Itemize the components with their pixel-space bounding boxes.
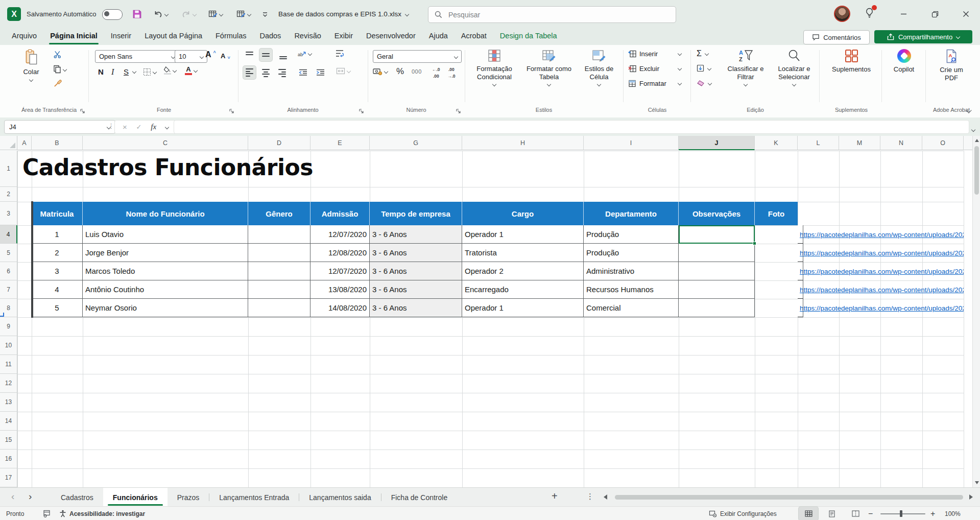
- paste-button[interactable]: Colar: [16, 49, 46, 81]
- copilot-button[interactable]: Copilot: [887, 49, 921, 74]
- table-cell-departamento[interactable]: Produção: [584, 244, 679, 262]
- ribbon-tab-desenvolvedor[interactable]: Desenvolvedor: [360, 28, 422, 45]
- qat-table-design-button[interactable]: [208, 7, 223, 21]
- align-bottom-button[interactable]: [278, 50, 289, 61]
- decrease-indent-button[interactable]: [297, 67, 309, 78]
- italic-button[interactable]: I: [111, 67, 114, 77]
- table-cell-admissao[interactable]: 13/08/2020: [310, 280, 370, 299]
- scroll-up-icon[interactable]: [975, 139, 979, 142]
- table-cell-nome[interactable]: Antônio Coutinho: [83, 280, 248, 299]
- table-cell-departamento[interactable]: Comercial: [584, 299, 679, 317]
- number-format-select[interactable]: Geral: [373, 50, 462, 63]
- table-resize-handle-icon[interactable]: [0, 313, 4, 317]
- accessibility-status[interactable]: Acessibilidade: investigar: [59, 507, 145, 520]
- table-header-0[interactable]: Matricula: [32, 202, 83, 225]
- fill-color-dropdown-icon[interactable]: [173, 68, 177, 73]
- cancel-entry-icon[interactable]: ×: [123, 123, 127, 131]
- new-sheet-button[interactable]: +: [552, 490, 558, 502]
- row-header-16[interactable]: 16: [0, 450, 17, 468]
- table-cell-nome[interactable]: Luis Otavio: [83, 225, 248, 244]
- wrap-text-button[interactable]: [335, 49, 344, 58]
- format-cells-button[interactable]: Formatar: [628, 80, 666, 87]
- row-header-6[interactable]: 6: [0, 262, 17, 280]
- underline-dropdown-icon[interactable]: [133, 70, 136, 73]
- ribbon-tab-exibir[interactable]: Exibir: [328, 28, 360, 45]
- next-sheet-button[interactable]: ›: [29, 491, 32, 502]
- column-header-C[interactable]: C: [83, 136, 248, 150]
- sheet-tab-lan-amentos-entrada[interactable]: Lançamentos Entrada: [209, 488, 299, 507]
- table-header-6[interactable]: Departamento: [584, 202, 679, 225]
- alignment-dialog-launcher-icon[interactable]: [358, 108, 364, 114]
- table-cell-admissao[interactable]: 14/08/2020: [310, 299, 370, 317]
- ribbon-tab-f-rmulas[interactable]: Fórmulas: [209, 28, 253, 45]
- bold-button[interactable]: N: [98, 67, 104, 76]
- row-header-15[interactable]: 15: [0, 431, 17, 450]
- selected-cell-J4[interactable]: [679, 225, 755, 244]
- accounting-dropdown-icon[interactable]: [384, 69, 388, 74]
- copy-dropdown-icon[interactable]: [63, 67, 67, 71]
- photo-link[interactable]: https://pacotedeplanilhas.com/wp-content…: [800, 244, 964, 262]
- table-cell-matricula[interactable]: 2: [32, 244, 83, 262]
- qat-dropdown-icon[interactable]: [247, 12, 251, 16]
- ribbon-tab-inserir[interactable]: Inserir: [104, 28, 138, 45]
- fill-handle[interactable]: [753, 242, 756, 245]
- row-header-11[interactable]: 11: [0, 355, 17, 374]
- paste-dropdown-icon[interactable]: [29, 78, 33, 82]
- ribbon-tab-dados[interactable]: Dados: [253, 28, 288, 45]
- row-header-5[interactable]: 5: [0, 244, 17, 262]
- accounting-format-button[interactable]: [373, 67, 388, 76]
- insert-dropdown-icon[interactable]: [678, 52, 681, 55]
- qat-table-format-button[interactable]: [236, 7, 251, 21]
- table-header-1[interactable]: Nome do Funcionário: [83, 202, 248, 225]
- undo-button[interactable]: [153, 7, 168, 21]
- autosave-toggle[interactable]: [102, 9, 123, 20]
- conditional-formatting-button[interactable]: Formatação Condicional: [469, 49, 520, 86]
- table-cell-nome[interactable]: Jorge Benjor: [83, 244, 248, 262]
- display-settings-button[interactable]: Exibir Configurações: [709, 507, 777, 520]
- table-header-4[interactable]: Tempo de empresa: [370, 202, 462, 225]
- zoom-slider-thumb[interactable]: [900, 510, 902, 517]
- undo-dropdown-icon[interactable]: [164, 12, 169, 16]
- table-header-2[interactable]: Gênero: [248, 202, 310, 225]
- select-all-button[interactable]: [0, 136, 17, 150]
- record-macro-button[interactable]: [43, 507, 51, 520]
- ribbon-tab-p-gina-inicial[interactable]: Página Inicial: [43, 28, 104, 45]
- comma-style-button[interactable]: 000: [412, 68, 422, 75]
- copy-button[interactable]: [53, 65, 66, 74]
- align-top-button[interactable]: [244, 50, 255, 61]
- table-cell-genero[interactable]: [248, 225, 310, 244]
- qat-overflow-button[interactable]: [262, 7, 268, 21]
- table-cell-observacoes[interactable]: [679, 280, 755, 299]
- font-size-select[interactable]: 10: [175, 50, 207, 63]
- redo-button[interactable]: [181, 7, 196, 21]
- delete-cells-button[interactable]: Excluir: [628, 65, 659, 73]
- font-dialog-launcher-icon[interactable]: [229, 108, 234, 114]
- table-cell-nome[interactable]: Neymar Osorio: [83, 299, 248, 317]
- document-title[interactable]: Base de dados compras e EPIS 1.0.xlsx: [278, 0, 409, 28]
- align-left-button[interactable]: [243, 66, 256, 79]
- table-header-3[interactable]: Admissão: [310, 202, 370, 225]
- row-header-2[interactable]: 2: [0, 187, 17, 202]
- view-page-break-button[interactable]: [846, 507, 865, 520]
- ribbon-tab-design-da-tabela[interactable]: Design da Tabela: [493, 28, 564, 45]
- horizontal-scroll-thumb[interactable]: [615, 495, 963, 500]
- row-header-4[interactable]: 4: [0, 225, 17, 244]
- table-cell-tempo[interactable]: 3 - 6 Anos: [370, 244, 462, 262]
- font-name-select[interactable]: Open Sans: [95, 50, 179, 63]
- clipboard-dialog-launcher-icon[interactable]: [80, 108, 85, 114]
- column-header-A[interactable]: A: [17, 136, 32, 150]
- table-cell-genero[interactable]: [248, 262, 310, 280]
- comments-button[interactable]: Comentários: [803, 30, 870, 44]
- decrease-font-button[interactable]: A˅: [221, 51, 230, 60]
- photo-link[interactable]: https://pacotedeplanilhas.com/wp-content…: [800, 299, 964, 317]
- photo-link[interactable]: https://pacotedeplanilhas.com/wp-content…: [800, 280, 964, 299]
- table-cell-matricula[interactable]: 1: [32, 225, 83, 244]
- row-header-14[interactable]: 14: [0, 412, 17, 431]
- table-cell-matricula[interactable]: 5: [32, 299, 83, 317]
- row-header-1[interactable]: 1: [0, 151, 17, 187]
- ribbon-tab-revis-o[interactable]: Revisão: [288, 28, 327, 45]
- vertical-scrollbar[interactable]: [972, 136, 980, 487]
- minimize-button[interactable]: [891, 0, 916, 28]
- view-normal-button[interactable]: [799, 507, 818, 520]
- align-center-button[interactable]: [260, 67, 271, 79]
